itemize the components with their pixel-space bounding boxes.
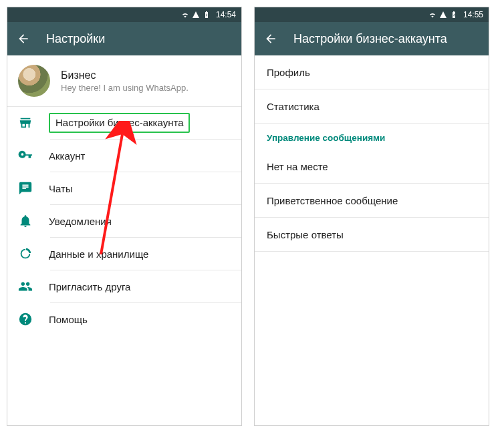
settings-item-business[interactable]: Настройки бизнес-аккаунта	[7, 107, 241, 139]
clock-text: 14:54	[216, 10, 236, 19]
profile-text: Бизнес Hey there! I am using WhatsApp.	[61, 69, 188, 93]
business-item-quick-replies[interactable]: Быстрые ответы	[255, 218, 489, 251]
highlight-box: Настройки бизнес-аккаунта	[49, 113, 190, 133]
settings-item-label: Уведомления	[49, 216, 112, 227]
back-icon[interactable]	[264, 32, 277, 45]
business-item-profile[interactable]: Профиль	[255, 55, 489, 89]
settings-item-chats[interactable]: Чаты	[7, 172, 241, 204]
wifi-icon	[181, 11, 189, 19]
settings-item-label: Помощь	[49, 314, 88, 325]
profile-name: Бизнес	[61, 69, 188, 81]
appbar-title: Настройки бизнес-аккаунта	[293, 32, 447, 46]
item-label: Статистика	[267, 101, 320, 112]
data-icon	[18, 246, 33, 261]
settings-item-help[interactable]: Помощь	[7, 303, 241, 335]
settings-item-label: Чаты	[49, 183, 73, 194]
key-icon	[18, 148, 33, 163]
signal-icon	[192, 11, 200, 19]
settings-item-account[interactable]: Аккаунт	[7, 140, 241, 172]
settings-item-label: Пригласить друга	[49, 281, 130, 292]
settings-item-notifications[interactable]: Уведомления	[7, 205, 241, 237]
business-settings-content: Профиль Статистика Управление сообщениям…	[255, 55, 489, 425]
clock-text: 14:55	[463, 10, 483, 19]
item-label: Быстрые ответы	[267, 229, 344, 240]
statusbar: 14:54	[7, 7, 241, 22]
chat-icon	[18, 181, 33, 196]
divider	[255, 251, 489, 252]
settings-item-label: Настройки бизнес-аккаунта	[55, 117, 183, 128]
business-item-statistics[interactable]: Статистика	[255, 89, 489, 123]
phone-left: 14:54 Настройки Бизнес Hey there! I am u…	[7, 7, 242, 426]
appbar-title: Настройки	[46, 32, 105, 46]
business-item-greeting[interactable]: Приветственное сообщение	[255, 184, 489, 217]
statusbar: 14:55	[255, 7, 489, 22]
appbar: Настройки бизнес-аккаунта	[255, 22, 489, 55]
phone-right: 14:55 Настройки бизнес-аккаунта Профиль …	[254, 7, 489, 426]
wifi-icon	[428, 11, 436, 19]
appbar: Настройки	[7, 22, 241, 55]
battery-icon	[450, 11, 458, 19]
store-icon	[18, 116, 33, 130]
section-header: Управление сообщениями	[255, 124, 489, 150]
avatar	[18, 65, 50, 97]
bell-icon	[18, 214, 33, 228]
item-label: Приветственное сообщение	[267, 195, 398, 206]
settings-item-label: Данные и хранилище	[49, 248, 148, 260]
settings-item-invite[interactable]: Пригласить друга	[7, 270, 241, 302]
settings-content: Бизнес Hey there! I am using WhatsApp. Н…	[7, 55, 241, 425]
battery-icon	[203, 11, 211, 19]
item-label: Профиль	[267, 67, 310, 78]
settings-item-data[interactable]: Данные и хранилище	[7, 238, 241, 270]
back-icon[interactable]	[17, 32, 30, 45]
help-icon	[18, 312, 33, 327]
item-label: Нет на месте	[267, 161, 328, 172]
business-item-away[interactable]: Нет на месте	[255, 150, 489, 183]
settings-item-label: Аккаунт	[49, 150, 85, 162]
signal-icon	[439, 11, 447, 19]
profile-row[interactable]: Бизнес Hey there! I am using WhatsApp.	[7, 55, 241, 106]
invite-icon	[18, 279, 33, 294]
profile-status: Hey there! I am using WhatsApp.	[61, 83, 188, 93]
